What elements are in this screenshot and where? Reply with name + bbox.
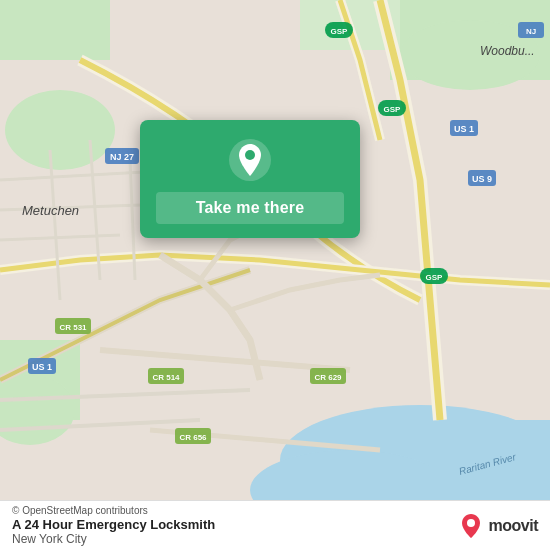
svg-text:US 1: US 1 bbox=[454, 124, 474, 134]
location-card: Take me there bbox=[140, 120, 360, 238]
location-pin-icon bbox=[228, 138, 272, 182]
svg-text:US 9: US 9 bbox=[472, 174, 492, 184]
svg-rect-2 bbox=[0, 0, 110, 60]
svg-point-50 bbox=[467, 519, 475, 527]
svg-text:GSP: GSP bbox=[331, 27, 349, 36]
svg-text:CR 531: CR 531 bbox=[59, 323, 87, 332]
svg-text:GSP: GSP bbox=[384, 105, 402, 114]
svg-text:US 1: US 1 bbox=[32, 362, 52, 372]
svg-text:NJ: NJ bbox=[526, 27, 536, 36]
svg-point-1 bbox=[5, 90, 115, 170]
svg-point-49 bbox=[245, 150, 255, 160]
moovit-text: moovit bbox=[489, 517, 538, 535]
location-city: New York City bbox=[12, 532, 215, 546]
location-info: © OpenStreetMap contributors A 24 Hour E… bbox=[12, 505, 215, 546]
svg-text:CR 656: CR 656 bbox=[179, 433, 207, 442]
osm-attribution: © OpenStreetMap contributors bbox=[12, 505, 215, 516]
bottom-bar: © OpenStreetMap contributors A 24 Hour E… bbox=[0, 500, 550, 550]
svg-text:Woodbu...: Woodbu... bbox=[480, 44, 535, 58]
location-name: A 24 Hour Emergency Locksmith bbox=[12, 517, 215, 532]
map-background: NJ 27 US 1 US 1 CR 531 CR 514 CR 629 CR … bbox=[0, 0, 550, 500]
take-me-there-button[interactable]: Take me there bbox=[156, 192, 344, 224]
svg-text:NJ 27: NJ 27 bbox=[110, 152, 134, 162]
svg-text:GSP: GSP bbox=[426, 273, 444, 282]
svg-text:CR 629: CR 629 bbox=[314, 373, 342, 382]
map-container: NJ 27 US 1 US 1 CR 531 CR 514 CR 629 CR … bbox=[0, 0, 550, 500]
svg-text:CR 514: CR 514 bbox=[152, 373, 180, 382]
moovit-icon bbox=[457, 512, 485, 540]
svg-text:Metuchen: Metuchen bbox=[22, 203, 79, 218]
moovit-logo: moovit bbox=[457, 512, 538, 540]
